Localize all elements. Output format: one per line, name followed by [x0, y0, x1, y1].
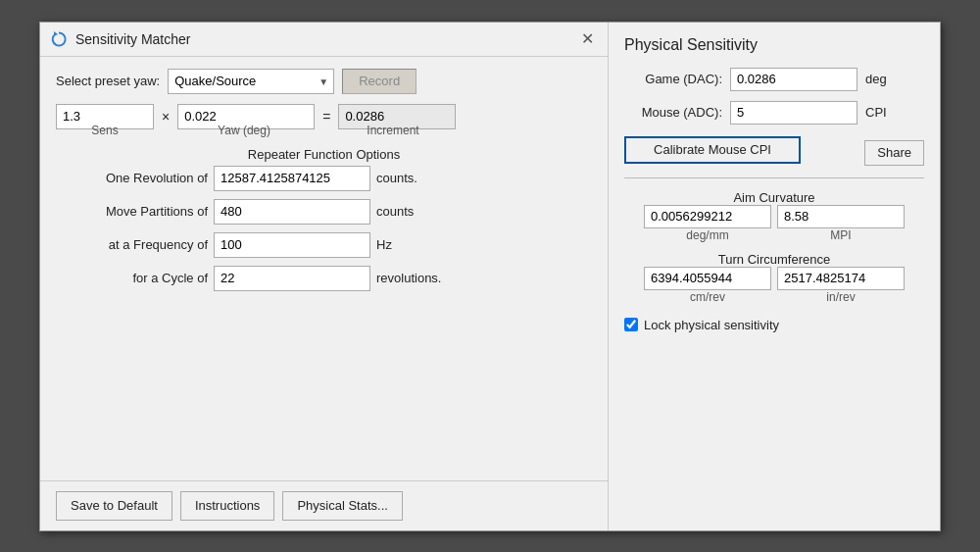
- right-panel: Physical Sensitivity Game (DAC): deg Mou…: [609, 23, 940, 530]
- move-partitions-row: Move Partitions of counts: [56, 199, 592, 225]
- refresh-icon: [50, 30, 68, 48]
- turn-in-input[interactable]: [777, 267, 905, 290]
- save-to-default-button[interactable]: Save to Default: [56, 491, 172, 521]
- turn-input-row: [624, 267, 924, 290]
- labels-row: Sens Yaw (deg) Increment: [56, 124, 592, 137]
- record-button[interactable]: Record: [342, 69, 416, 94]
- one-revolution-row: One Revolution of counts.: [56, 166, 592, 191]
- cycle-input[interactable]: [214, 266, 370, 291]
- one-revolution-unit: counts.: [376, 171, 417, 185]
- bottom-buttons: Save to Default Instructions Physical St…: [40, 480, 608, 530]
- turn-labels-row: cm/rev in/rev: [624, 290, 924, 304]
- multiply-op: ×: [158, 109, 173, 125]
- frequency-label: at a Frequency of: [56, 237, 208, 252]
- move-partitions-label: Move Partitions of: [56, 204, 208, 219]
- game-row: Game (DAC): deg: [624, 68, 924, 91]
- sens-label: Sens: [56, 124, 154, 137]
- left-content: Select preset yaw: Quake/Source CS:GO Va…: [40, 57, 608, 480]
- one-revolution-label: One Revolution of: [56, 171, 208, 185]
- aim-curvature-title: Aim Curvature: [624, 190, 924, 205]
- repeater-section: Repeater Function Options One Revolution…: [56, 147, 592, 291]
- title-bar: Sensitivity Matcher ✕: [40, 23, 608, 57]
- mouse-row: Mouse (ADC): CPI: [624, 101, 924, 125]
- title-bar-left: Sensitivity Matcher: [50, 30, 190, 48]
- aim-input-row: [624, 205, 924, 228]
- calc-section: × = Sens Yaw (deg) Increment: [56, 104, 592, 137]
- calibrate-button[interactable]: Calibrate Mouse CPI: [624, 136, 801, 164]
- lock-row: Lock physical sensitivity: [624, 318, 924, 332]
- preset-label: Select preset yaw:: [56, 74, 160, 88]
- physical-stats-button[interactable]: Physical Stats...: [282, 491, 402, 521]
- repeater-title: Repeater Function Options: [56, 147, 592, 162]
- cycle-unit: revolutions.: [376, 271, 441, 285]
- turn-circumference-title: Turn Circumference: [624, 252, 924, 267]
- preset-select-wrapper[interactable]: Quake/Source CS:GO Valorant Overwatch: [168, 69, 334, 94]
- equals-op: =: [318, 109, 334, 125]
- left-panel: Sensitivity Matcher ✕ Select preset yaw:…: [40, 23, 609, 530]
- window-title: Sensitivity Matcher: [75, 31, 190, 47]
- game-unit: deg: [865, 72, 887, 86]
- mouse-label: Mouse (ADC):: [624, 105, 722, 120]
- lock-checkbox[interactable]: [624, 318, 638, 331]
- game-label: Game (DAC):: [624, 72, 722, 86]
- right-panel-title: Physical Sensitivity: [624, 36, 924, 54]
- mouse-input[interactable]: [730, 101, 858, 125]
- lock-label[interactable]: Lock physical sensitivity: [644, 318, 779, 332]
- preset-select[interactable]: Quake/Source CS:GO Valorant Overwatch: [168, 69, 334, 94]
- turn-circumference-section: Turn Circumference cm/rev in/rev: [624, 252, 924, 304]
- yaw-label: Yaw (deg): [175, 124, 313, 137]
- turn-cm-label: cm/rev: [644, 290, 771, 304]
- calibrate-share-row: Calibrate Mouse CPI Share: [624, 134, 924, 166]
- share-button[interactable]: Share: [864, 140, 924, 166]
- aim-labels-row: deg/mm MPI: [624, 228, 924, 242]
- aim-deg-label: deg/mm: [644, 228, 771, 242]
- svg-marker-0: [54, 31, 58, 36]
- aim-curvature-section: Aim Curvature deg/mm MPI: [624, 190, 924, 242]
- move-partitions-input[interactable]: [214, 199, 370, 225]
- frequency-row: at a Frequency of Hz: [56, 232, 592, 258]
- turn-cm-input[interactable]: [644, 267, 771, 290]
- aim-mpi-input[interactable]: [777, 205, 905, 228]
- aim-mpi-label: MPI: [777, 228, 905, 242]
- cycle-row: for a Cycle of revolutions.: [56, 266, 592, 291]
- divider: [624, 177, 924, 178]
- mouse-unit: CPI: [865, 105, 887, 120]
- frequency-unit: Hz: [376, 237, 392, 252]
- cycle-label: for a Cycle of: [56, 271, 208, 285]
- turn-in-label: in/rev: [777, 290, 905, 304]
- repeater-grid: One Revolution of counts. Move Partition…: [56, 166, 592, 291]
- increment-label: Increment: [334, 124, 452, 137]
- close-button[interactable]: ✕: [577, 31, 598, 47]
- aim-deg-input[interactable]: [644, 205, 771, 228]
- game-input[interactable]: [730, 68, 858, 91]
- one-revolution-input[interactable]: [214, 166, 370, 191]
- move-partitions-unit: counts: [376, 204, 414, 219]
- preset-row: Select preset yaw: Quake/Source CS:GO Va…: [56, 69, 592, 94]
- instructions-button[interactable]: Instructions: [180, 491, 274, 521]
- frequency-input[interactable]: [214, 232, 370, 258]
